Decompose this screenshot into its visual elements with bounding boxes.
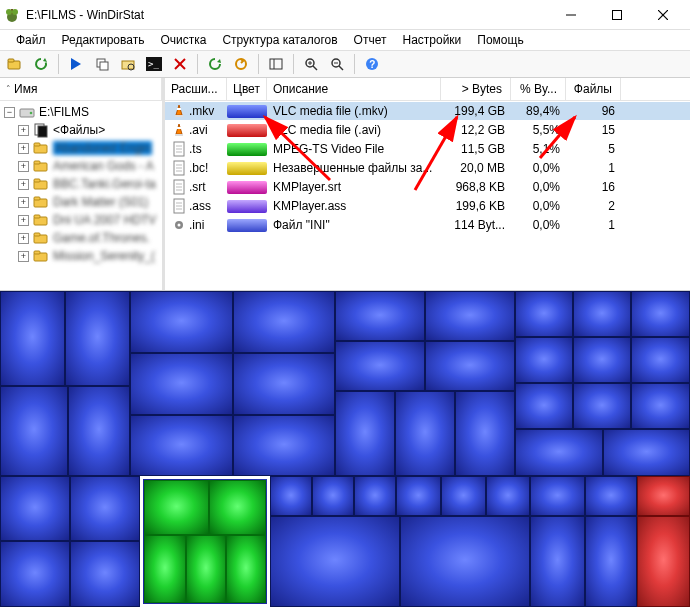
menu-настройки[interactable]: Настройки	[394, 31, 469, 49]
header-bytes[interactable]: > Bytes	[441, 78, 511, 100]
svg-point-32	[30, 112, 33, 115]
tree-row-label: E:\FILMS	[39, 105, 89, 119]
list-row[interactable]: .mkvVLC media file (.mkv)199,4 GB89,4%96	[165, 102, 690, 120]
menu-редактировать[interactable]: Редактировать	[54, 31, 153, 49]
svg-point-72	[178, 224, 181, 227]
tree-row-label: Abandoned Engin	[53, 141, 152, 155]
tree-row[interactable]: +BBC.Tanki.Geroi-ta	[0, 175, 162, 193]
list-row[interactable]: .assKMPlayer.ass199,6 KB0,0%2	[165, 197, 690, 215]
menu-файл[interactable]: Файл	[8, 31, 54, 49]
treemap[interactable]	[0, 291, 690, 607]
tree-row[interactable]: +Game.of.Thrones.	[0, 229, 162, 247]
color-swatch	[227, 181, 267, 194]
collapse-icon[interactable]: −	[4, 107, 15, 118]
expand-icon[interactable]: +	[18, 143, 29, 154]
header-description[interactable]: Описание	[267, 78, 441, 100]
color-swatch	[227, 162, 267, 175]
tree-row[interactable]: +Mission_Serenity_(	[0, 247, 162, 265]
refresh2-icon[interactable]	[204, 53, 226, 75]
bytes-cell: 199,4 GB	[441, 104, 511, 118]
header-percent[interactable]: % By...	[511, 78, 566, 100]
header-color[interactable]: Цвет	[227, 78, 267, 100]
color-swatch	[227, 200, 267, 213]
bytes-cell: 968,8 KB	[441, 180, 511, 194]
extension-list[interactable]: .mkvVLC media file (.mkv)199,4 GB89,4%96…	[165, 101, 690, 290]
expand-icon[interactable]: +	[18, 125, 29, 136]
gear-icon	[171, 217, 187, 233]
desc-cell: MPEG-TS Video File	[267, 142, 441, 156]
tree-row[interactable]: +Dni UA 2007 HDTV	[0, 211, 162, 229]
svg-rect-40	[34, 179, 40, 182]
svg-rect-46	[34, 233, 40, 236]
tree-row[interactable]: +Abandoned Engin	[0, 139, 162, 157]
ext-label: .bc!	[189, 161, 208, 175]
toolbar-separator	[354, 54, 355, 74]
tree-row[interactable]: −E:\FILMS	[0, 103, 162, 121]
refresh-icon[interactable]	[30, 53, 52, 75]
refresh3-icon[interactable]	[230, 53, 252, 75]
tree-row[interactable]: +<Файлы>	[0, 121, 162, 139]
page-icon	[171, 141, 187, 157]
minimize-button[interactable]	[548, 0, 594, 30]
svg-rect-53	[175, 134, 183, 136]
list-row[interactable]: .aviVLC media file (.avi)12,2 GB5,5%15	[165, 121, 690, 139]
tree-header[interactable]: ˄ Имя	[0, 78, 162, 101]
copy-icon[interactable]	[91, 53, 113, 75]
header-files[interactable]: Файлы	[566, 78, 621, 100]
files-cell: 1	[566, 161, 621, 175]
expand-icon[interactable]: +	[18, 161, 29, 172]
workspace: ˄ Имя −E:\FILMS+<Файлы>+Abandoned Engin+…	[0, 78, 690, 291]
directory-tree[interactable]: −E:\FILMS+<Файлы>+Abandoned Engin+Americ…	[0, 101, 162, 290]
menu-структура каталогов[interactable]: Структура каталогов	[214, 31, 345, 49]
svg-point-19	[236, 59, 246, 69]
expand-icon[interactable]: +	[18, 215, 29, 226]
svg-rect-34	[38, 126, 47, 137]
zoomin-icon[interactable]	[300, 53, 322, 75]
ext-label: .ini	[189, 218, 204, 232]
menu-помощь[interactable]: Помощь	[469, 31, 531, 49]
expand-icon[interactable]: +	[18, 179, 29, 190]
maximize-button[interactable]	[594, 0, 640, 30]
sort-indicator-icon: ˄	[6, 84, 11, 94]
tree-row-label: Mission_Serenity_(	[53, 249, 155, 263]
tree-row[interactable]: +American Gods - A	[0, 157, 162, 175]
close-button[interactable]	[640, 0, 686, 30]
list-row[interactable]: .srtKMPlayer.srt968,8 KB0,0%16	[165, 178, 690, 196]
showtree-icon[interactable]	[265, 53, 287, 75]
menu-отчет[interactable]: Отчет	[346, 31, 395, 49]
files-cell: 1	[566, 218, 621, 232]
header-extension[interactable]: Расши...	[165, 78, 227, 100]
desc-cell: Незавершенные файлы за...	[267, 161, 441, 175]
folder-icon	[33, 248, 49, 264]
tree-row[interactable]: +Dark Matter (S01)	[0, 193, 162, 211]
svg-rect-36	[34, 143, 40, 146]
open-icon[interactable]	[4, 53, 26, 75]
delete-icon[interactable]	[169, 53, 191, 75]
play-icon[interactable]	[65, 53, 87, 75]
zoomout-icon[interactable]	[326, 53, 348, 75]
cmd-icon[interactable]: >_	[143, 53, 165, 75]
menu-очистка[interactable]: Очистка	[152, 31, 214, 49]
list-row[interactable]: .tsMPEG-TS Video File11,5 GB5,1%5	[165, 140, 690, 158]
bytes-cell: 11,5 GB	[441, 142, 511, 156]
svg-line-27	[339, 66, 343, 70]
ext-label: .srt	[189, 180, 206, 194]
svg-rect-44	[34, 215, 40, 218]
expand-icon[interactable]: +	[18, 251, 29, 262]
list-row[interactable]: .bc!Незавершенные файлы за...20,0 MB0,0%…	[165, 159, 690, 177]
explore-icon[interactable]	[117, 53, 139, 75]
page-icon	[171, 160, 187, 176]
folder-icon	[33, 158, 49, 174]
pct-cell: 0,0%	[511, 180, 566, 194]
tree-row-label: BBC.Tanki.Geroi-ta	[53, 177, 156, 191]
help-icon[interactable]: ?	[361, 53, 383, 75]
list-row[interactable]: .iniФайл "INI"114 Byt...0,0%1	[165, 216, 690, 234]
ext-label: .mkv	[189, 104, 214, 118]
bytes-cell: 114 Byt...	[441, 218, 511, 232]
expand-icon[interactable]: +	[18, 197, 29, 208]
toolbar: >_ ?	[0, 50, 690, 78]
color-swatch	[227, 105, 267, 118]
window-title: E:\FILMS - WinDirStat	[26, 8, 548, 22]
expand-icon[interactable]: +	[18, 233, 29, 244]
svg-rect-42	[34, 197, 40, 200]
